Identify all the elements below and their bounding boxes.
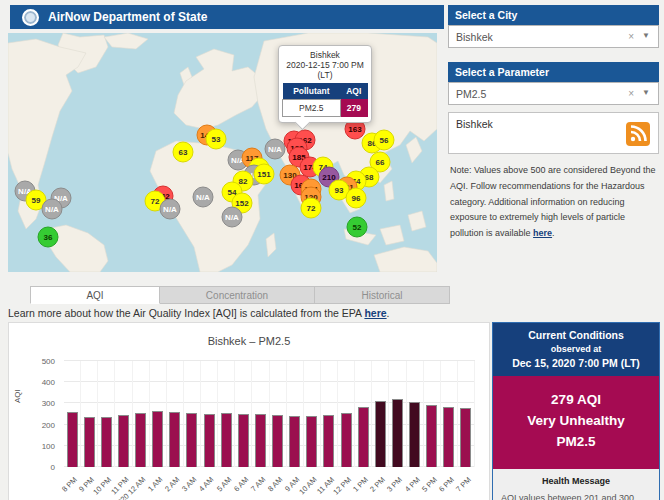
parameter-clear-icon[interactable]: × bbox=[628, 88, 634, 99]
popup-table: Pollutant AQI PM2.5 279 bbox=[282, 83, 368, 117]
chart-bar-slot bbox=[115, 361, 132, 467]
chart-bar[interactable] bbox=[306, 416, 317, 467]
tab-concentration[interactable]: Concentration bbox=[160, 286, 315, 304]
chart-ytick: 0 bbox=[51, 463, 55, 472]
feed-city-label: Bishkek bbox=[456, 118, 493, 130]
chart-bar-slot bbox=[389, 361, 406, 467]
city-select-value: Bishkek bbox=[456, 31, 493, 43]
popup-pollutant-value: PM2.5 bbox=[283, 100, 341, 117]
learn-more-text: Learn more about how the Air Quality Ind… bbox=[8, 307, 364, 319]
chart-bar[interactable] bbox=[186, 413, 197, 467]
chart-xlabel-slot: 3 PM bbox=[389, 469, 406, 500]
chart-xtick: 8 AM bbox=[266, 475, 284, 493]
parameter-selector-label: Select a Parameter bbox=[448, 62, 659, 82]
feed-box: Bishkek bbox=[448, 112, 659, 154]
rss-feed-icon[interactable] bbox=[626, 122, 650, 146]
learn-more-here-link[interactable]: here bbox=[364, 307, 386, 319]
chart-bar[interactable] bbox=[221, 413, 232, 467]
parameter-dropdown-arrow-icon[interactable]: ▼ bbox=[642, 88, 650, 97]
airnow-page: AirNow Department of State bbox=[0, 0, 664, 500]
current-aqi-pollutant: PM2.5 bbox=[497, 432, 655, 453]
current-conditions-panel: Current Conditions observed at Dec 15, 2… bbox=[492, 322, 660, 500]
current-conditions-title: Current Conditions bbox=[497, 329, 655, 341]
popup-col-aqi: AQI bbox=[340, 83, 367, 100]
chart-bar[interactable] bbox=[460, 408, 471, 467]
aqi-marker[interactable]: N/A bbox=[160, 199, 181, 220]
chart-bar[interactable] bbox=[135, 413, 146, 467]
chart-ytick: 100 bbox=[42, 441, 55, 450]
city-select[interactable]: Bishkek × ▼ bbox=[448, 25, 659, 48]
world-map[interactable]: N/A59N/AN/A3615272N/A6314653N/A117116N/A… bbox=[8, 33, 437, 272]
aqi-marker[interactable]: 52 bbox=[347, 217, 368, 238]
aqi-marker[interactable]: N/A bbox=[265, 139, 286, 160]
city-clear-icon[interactable]: × bbox=[628, 31, 634, 42]
chart-xtick: 4 AM bbox=[197, 475, 215, 493]
chart-bar[interactable] bbox=[426, 405, 437, 467]
observed-at-value: Dec 15, 2020 7:00 PM (LT) bbox=[497, 357, 655, 369]
chart-bar[interactable] bbox=[118, 415, 129, 467]
aqi-marker[interactable]: 36 bbox=[38, 227, 59, 248]
chart-bar[interactable] bbox=[443, 407, 454, 467]
learn-more-period: . bbox=[387, 307, 390, 319]
chart-bar[interactable] bbox=[409, 402, 420, 468]
chart-bar-slot bbox=[167, 361, 184, 467]
chart-bars bbox=[64, 361, 475, 467]
chart-bar-slot bbox=[355, 361, 372, 467]
current-aqi-block: 279 AQI Very Unhealthy PM2.5 bbox=[493, 376, 659, 469]
aqi-marker[interactable]: 151 bbox=[254, 164, 275, 185]
chart-ytick: 500 bbox=[42, 357, 55, 366]
popup-aqi-value: 279 bbox=[340, 100, 367, 117]
chart-bar[interactable] bbox=[169, 412, 180, 467]
chart-bar[interactable] bbox=[323, 415, 334, 467]
chart-xlabels: 8 PM9 PM10 PM11 PM2020 12 AM1 AM2 AM3 AM… bbox=[64, 469, 475, 500]
aqi-marker[interactable]: 72 bbox=[301, 198, 322, 219]
chart-bar-slot bbox=[133, 361, 150, 467]
popup-city: Bishkek bbox=[282, 50, 368, 60]
chart-bar[interactable] bbox=[255, 414, 266, 467]
chart-bar[interactable] bbox=[204, 414, 215, 467]
parameter-select-value: PM2.5 bbox=[456, 88, 486, 100]
aqi-marker[interactable]: 96 bbox=[346, 188, 367, 209]
chart-bar[interactable] bbox=[67, 412, 78, 467]
chart-bar[interactable] bbox=[375, 401, 386, 467]
current-aqi-category: Very Unhealthy bbox=[497, 411, 655, 432]
health-message-text: AQI values between 201 and 300 trigger a… bbox=[501, 491, 651, 500]
aqi-marker[interactable]: 56 bbox=[374, 130, 395, 151]
chart-bar-slot bbox=[201, 361, 218, 467]
chart-bar[interactable] bbox=[392, 399, 403, 467]
chart-bar-slot bbox=[304, 361, 321, 467]
page-title: AirNow Department of State bbox=[48, 10, 207, 24]
aqi-marker[interactable]: N/A bbox=[222, 207, 243, 228]
chart-bar[interactable] bbox=[101, 417, 112, 467]
aqi-marker[interactable]: 53 bbox=[206, 129, 227, 150]
aqi-marker[interactable]: 63 bbox=[173, 142, 194, 163]
chart-bar[interactable] bbox=[272, 415, 283, 467]
popup-datetime: 2020-12-15 7:00 PM bbox=[282, 60, 368, 70]
city-selector-label: Select a City bbox=[448, 5, 659, 25]
chart-xtick: 5 AM bbox=[215, 475, 233, 493]
health-message-title: Health Message bbox=[501, 476, 651, 486]
chart-xtick: 8 PM bbox=[60, 475, 79, 494]
chart-bar-slot bbox=[184, 361, 201, 467]
tab-historical[interactable]: Historical bbox=[315, 286, 450, 304]
chart-bar-slot bbox=[338, 361, 355, 467]
parameter-select[interactable]: PM2.5 × ▼ bbox=[448, 82, 659, 105]
chart-xlabel-slot: 7 PM bbox=[458, 469, 475, 500]
chart-bar[interactable] bbox=[238, 414, 249, 467]
tab-aqi[interactable]: AQI bbox=[30, 286, 160, 304]
city-dropdown-arrow-icon[interactable]: ▼ bbox=[642, 31, 650, 40]
chart-ytick: 400 bbox=[42, 378, 55, 387]
chart-bar[interactable] bbox=[152, 411, 163, 467]
note-here-link[interactable]: here bbox=[533, 228, 552, 238]
chart-xtick: 6 AM bbox=[232, 475, 250, 493]
chart-xtick: 1 AM bbox=[146, 475, 164, 493]
chart-bar[interactable] bbox=[341, 413, 352, 467]
chart-y-axis-label: AQI bbox=[13, 389, 22, 403]
chart-bar[interactable] bbox=[358, 407, 369, 467]
chart-bar[interactable] bbox=[289, 416, 300, 467]
aqi-marker[interactable]: N/A bbox=[42, 199, 63, 220]
map-popup: Bishkek 2020-12-15 7:00 PM (LT) Pollutan… bbox=[278, 45, 372, 123]
aqi-marker[interactable]: N/A bbox=[193, 187, 214, 208]
chart-bar[interactable] bbox=[84, 417, 95, 467]
chart-bar-slot bbox=[441, 361, 458, 467]
